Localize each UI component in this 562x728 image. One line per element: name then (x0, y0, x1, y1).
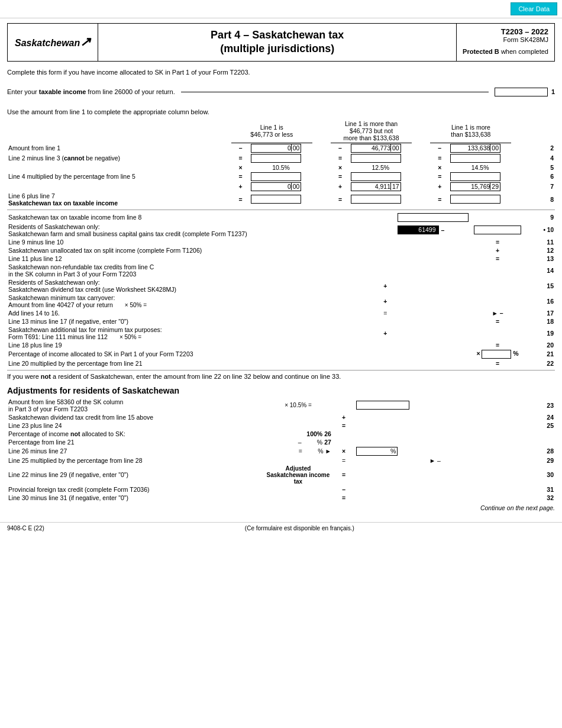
row2-op3: – (430, 143, 449, 153)
row21-pct-box[interactable] (482, 350, 511, 359)
row14-linenum: 14 (522, 263, 555, 278)
adj24-label: Saskatchewan dividend tax credit from li… (7, 413, 264, 421)
col2-header: Line 1 is more than$46,773 but notmore t… (331, 119, 412, 143)
row10-input2[interactable] (474, 226, 521, 234)
row6-input2[interactable] (351, 172, 401, 181)
row6-input3[interactable] (450, 172, 500, 181)
row10-input[interactable]: 61499 (398, 226, 439, 234)
clear-data-button[interactable]: Clear Data (511, 2, 557, 15)
row19-op: + (374, 326, 396, 341)
row7-input1[interactable]: 000 (251, 182, 301, 191)
adj23-label: Amount from line 58360 of the SK columni… (7, 398, 264, 413)
row-6: Line 4 multiplied by the percentage from… (7, 172, 555, 182)
adj26-val: 100% 26 (264, 430, 332, 438)
row-13: Line 11 plus line 12 = 13 (7, 255, 555, 263)
row2-input2[interactable]: 46,77300 (351, 144, 401, 153)
row13-label: Line 11 plus line 12 (7, 255, 374, 263)
row17-label: Add lines 14 to 16. (7, 309, 374, 317)
row18-linenum: 18 (522, 317, 555, 326)
adj32-op: = (332, 494, 356, 502)
adj-row-25: Line 23 plus line 24 = 25 (7, 421, 555, 430)
adj31-label: Provincial foreign tax credit (complete … (7, 485, 264, 494)
adj-row-27: Percentage from line 21 – % 27 (7, 438, 555, 446)
header-logo: Saskatchewan↗ (8, 24, 98, 61)
row19-linenum: 19 (522, 326, 555, 341)
col3-header: Line 1 is morethan $133,638 (430, 119, 511, 143)
adj30-op: = (332, 465, 356, 485)
adj28-eq: = % ► (264, 446, 332, 456)
row5-pct1: 10.5% (250, 163, 312, 172)
row10-op: – (441, 227, 445, 234)
row11-op: = (473, 238, 522, 246)
row2-label: Amount from line 1 (7, 143, 231, 153)
row2-op2: – (331, 143, 350, 153)
row8-input2[interactable] (351, 195, 401, 204)
row22-linenum: 22 (522, 359, 555, 368)
row-18: Line 13 minus line 17 (if negative, ente… (7, 317, 555, 326)
logo-text: Saskatchewan↗ (15, 34, 91, 50)
row-15: Residents of Saskatchewan only:Saskatche… (7, 278, 555, 294)
adj27-val: – % 27 (264, 438, 332, 446)
row21-label: Percentage of income allocated to SK in … (7, 349, 374, 359)
row7-input3[interactable]: 15,76929 (450, 182, 500, 191)
row5-op1: × (231, 163, 250, 172)
row8-input1[interactable] (251, 195, 301, 204)
form-number: T2203 – 2022 (463, 27, 548, 36)
row3-input1[interactable] (251, 154, 301, 163)
row-3: Line 2 minus line 3 (cannot be negative)… (7, 153, 555, 163)
row7-input2[interactable]: 4,91117 (351, 182, 401, 191)
row6-input1[interactable] (251, 172, 301, 181)
row6-op1: = (231, 172, 250, 182)
adj25-label: Line 23 plus line 24 (7, 421, 264, 430)
row8-op3: = (430, 192, 449, 207)
row8-op2: = (331, 192, 350, 207)
row2-input3[interactable]: 133,63800 (450, 144, 500, 153)
row11-linenum: 11 (522, 238, 555, 246)
footer-bar: 9408-C E (22) (Ce formulaire est disponi… (0, 522, 562, 534)
instruction-1: Complete this form if you have income al… (7, 69, 555, 76)
row-9: Saskatchewan tax on taxable income from … (7, 212, 555, 223)
line1-number: 1 (551, 88, 555, 95)
row2-input1[interactable]: 000 (251, 144, 301, 153)
row15-label: Residents of Saskatchewan only:Saskatche… (7, 278, 374, 294)
adj-row-31: Provincial foreign tax credit (complete … (7, 485, 555, 494)
not-resident-note: If you were not a resident of Saskatchew… (7, 373, 555, 380)
adj23-mult: × 10.5% = (264, 398, 332, 413)
form-name: Form SK428MJ (463, 36, 548, 43)
top-bar: Clear Data (0, 0, 562, 18)
row14-label: Saskatchewan non-refundable tax credits … (7, 263, 374, 278)
adj-row-23: Amount from line 58360 of the SK columni… (7, 398, 555, 413)
row16-op: + (374, 294, 396, 309)
continue-text: Continue on the next page. (7, 504, 555, 511)
title-line1: Part 4 – Saskatchewan tax (211, 29, 344, 41)
adj32-linenum: 32 (527, 494, 555, 502)
row9-input[interactable] (398, 213, 469, 222)
adj23-linenum: 23 (527, 398, 555, 413)
adj29-op: = (332, 456, 356, 465)
row20-linenum: 20 (522, 341, 555, 349)
adj-row-24: Saskatchewan dividend tax credit from li… (7, 413, 555, 421)
adj23-input[interactable] (356, 401, 409, 410)
adj28-pct-box[interactable]: % (356, 447, 398, 456)
adj30-bold: Adjusted Saskatchewan income tax (264, 465, 332, 485)
row20-op: = (473, 341, 522, 349)
row3-input3[interactable] (450, 154, 500, 163)
row-16: Saskatchewan minimum tax carryover:Amoun… (7, 294, 555, 309)
row-22: Line 20 multiplied by the percentage fro… (7, 359, 555, 368)
row12-linenum: 12 (522, 246, 555, 255)
row21-op: × % (473, 349, 522, 359)
adj29-label: Line 25 multiplied by the percentage fro… (7, 456, 264, 465)
row7-op2: + (331, 182, 350, 192)
row21-linenum: 21 (522, 349, 555, 359)
row5-linenum: 5 (530, 163, 555, 172)
row-7: + 000 + 4,91117 + 15,76929 7 (7, 182, 555, 192)
row3-input2[interactable] (351, 154, 401, 163)
line1-input-box[interactable] (495, 88, 548, 96)
col1-header: Line 1 is$46,773 or less (231, 119, 312, 143)
row-21: Percentage of income allocated to SK in … (7, 349, 555, 359)
row6-label: Line 4 multiplied by the percentage from… (7, 172, 231, 182)
row-8: Line 6 plus line 7Saskatchewan tax on ta… (7, 192, 555, 207)
row18-label: Line 13 minus line 17 (if negative, ente… (7, 317, 374, 326)
row8-input3[interactable] (450, 195, 500, 204)
row8-label: Line 6 plus line 7Saskatchewan tax on ta… (7, 192, 231, 207)
